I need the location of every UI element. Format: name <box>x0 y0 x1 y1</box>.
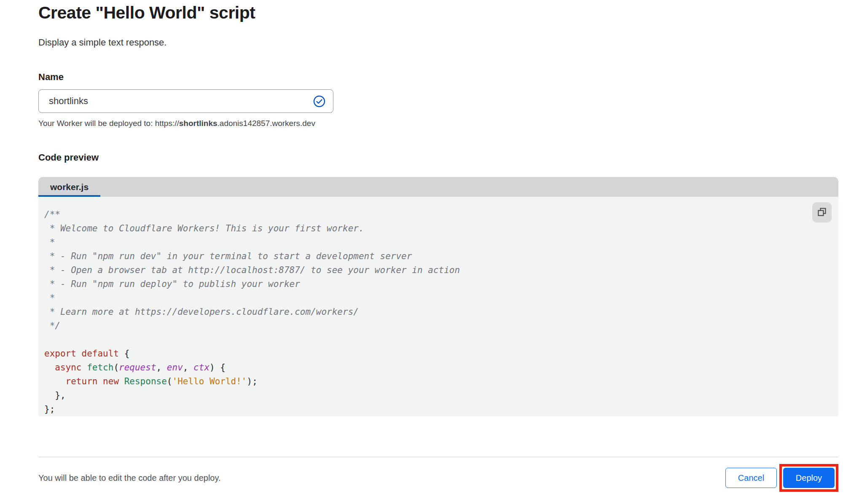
create-worker-page: Create "Hello World" script Display a si… <box>0 0 838 492</box>
code-line: * - Run "npm run dev" in your terminal t… <box>44 249 838 263</box>
code-line: * Welcome to Cloudflare Workers! This is… <box>44 222 838 236</box>
code-line: /** <box>44 208 838 222</box>
footer-note: You will be able to edit the code after … <box>38 473 221 483</box>
deploy-button[interactable]: Deploy <box>783 468 835 488</box>
check-circle-icon <box>313 95 325 107</box>
code-line: export default { <box>44 347 838 361</box>
code-line: * Learn more at https://developers.cloud… <box>44 305 838 319</box>
name-field-label: Name <box>38 72 838 83</box>
red-highlight-annotation: Deploy <box>779 464 838 492</box>
code-editor: /** * Welcome to Cloudflare Workers! Thi… <box>38 197 838 416</box>
code-line: return new Response('Hello World!'); <box>44 375 838 389</box>
copy-icon <box>817 207 827 218</box>
code-line: }; <box>44 402 838 416</box>
code-line: * - Open a browser tab at http://localho… <box>44 263 838 277</box>
code-line: async fetch(request, env, ctx) { <box>44 361 838 375</box>
deploy-url-subdomain: shortlinks <box>179 119 217 128</box>
worker-name-input[interactable] <box>38 89 333 113</box>
page-subtitle: Display a simple text response. <box>38 37 838 48</box>
cancel-button[interactable]: Cancel <box>725 468 777 488</box>
code-lines: /** * Welcome to Cloudflare Workers! Thi… <box>44 208 838 416</box>
code-preview-label: Code preview <box>38 152 838 163</box>
tab-worker-js[interactable]: worker.js <box>38 177 100 197</box>
code-line: }, <box>44 389 838 402</box>
footer-actions: Cancel Deploy <box>725 464 838 492</box>
code-line: * - Run "npm run deploy" to publish your… <box>44 277 838 291</box>
code-line: * <box>44 236 838 249</box>
code-line <box>44 333 838 347</box>
name-input-wrap <box>38 89 333 113</box>
code-preview-panel: worker.js /** * Welcome to Cloudflare Wo… <box>38 177 838 416</box>
deploy-url-helper: Your Worker will be deployed to: https:/… <box>38 118 838 129</box>
page-title: Create "Hello World" script <box>38 3 838 23</box>
code-tab-bar: worker.js <box>38 177 838 197</box>
copy-code-button[interactable] <box>812 202 832 223</box>
footer-divider <box>38 457 838 457</box>
footer: You will be able to edit the code after … <box>38 464 838 492</box>
code-line: * <box>44 291 838 305</box>
code-line: */ <box>44 319 838 333</box>
